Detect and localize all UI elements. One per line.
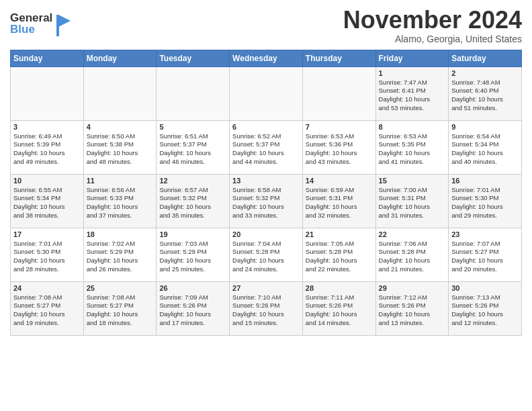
day-info: Sunrise: 7:02 AM Sunset: 5:29 PM Dayligh… <box>87 240 154 274</box>
col-monday: Monday <box>83 50 157 66</box>
day-info: Sunrise: 6:53 AM Sunset: 5:36 PM Dayligh… <box>306 132 373 167</box>
day-number: 2 <box>451 69 519 77</box>
table-row: 29Sunrise: 7:12 AM Sunset: 5:26 PM Dayli… <box>375 281 449 335</box>
day-info: Sunrise: 7:05 AM Sunset: 5:28 PM Dayligh… <box>306 240 373 274</box>
day-number: 5 <box>159 123 226 131</box>
table-row: 6Sunrise: 6:52 AM Sunset: 5:37 PM Daylig… <box>230 120 303 174</box>
week-row-1: 1Sunrise: 7:47 AM Sunset: 6:41 PM Daylig… <box>11 66 522 120</box>
col-sunday: Sunday <box>11 50 84 66</box>
svg-marker-2 <box>58 15 71 27</box>
day-info: Sunrise: 7:01 AM Sunset: 5:30 PM Dayligh… <box>13 240 81 274</box>
col-friday: Friday <box>375 50 449 66</box>
day-number: 28 <box>306 284 373 292</box>
table-row: 25Sunrise: 7:08 AM Sunset: 5:27 PM Dayli… <box>83 281 157 335</box>
day-info: Sunrise: 7:04 AM Sunset: 5:28 PM Dayligh… <box>232 240 300 274</box>
day-info: Sunrise: 6:56 AM Sunset: 5:33 PM Dayligh… <box>87 186 154 220</box>
week-row-3: 10Sunrise: 6:55 AM Sunset: 5:34 PM Dayli… <box>11 174 522 228</box>
table-row: 28Sunrise: 7:11 AM Sunset: 5:26 PM Dayli… <box>302 281 375 335</box>
table-row: 7Sunrise: 6:53 AM Sunset: 5:36 PM Daylig… <box>302 120 375 174</box>
day-number: 30 <box>451 284 519 292</box>
day-number: 29 <box>379 284 446 292</box>
day-info: Sunrise: 6:54 AM Sunset: 5:34 PM Dayligh… <box>451 132 519 167</box>
day-number: 8 <box>379 123 446 131</box>
table-row: 9Sunrise: 6:54 AM Sunset: 5:34 PM Daylig… <box>449 120 522 174</box>
day-info: Sunrise: 6:51 AM Sunset: 5:37 PM Dayligh… <box>159 132 226 167</box>
day-info: Sunrise: 7:08 AM Sunset: 5:27 PM Dayligh… <box>87 293 154 328</box>
table-row: 4Sunrise: 6:50 AM Sunset: 5:38 PM Daylig… <box>83 120 157 174</box>
day-number: 11 <box>87 177 154 185</box>
day-info: Sunrise: 7:08 AM Sunset: 5:27 PM Dayligh… <box>13 293 81 328</box>
day-number: 15 <box>379 177 446 185</box>
day-info: Sunrise: 7:03 AM Sunset: 5:29 PM Dayligh… <box>159 240 226 274</box>
day-number: 21 <box>306 230 373 238</box>
week-row-5: 24Sunrise: 7:08 AM Sunset: 5:27 PM Dayli… <box>11 281 522 335</box>
table-row: 17Sunrise: 7:01 AM Sunset: 5:30 PM Dayli… <box>11 228 84 281</box>
day-info: Sunrise: 7:06 AM Sunset: 5:28 PM Dayligh… <box>379 240 446 274</box>
table-row: 23Sunrise: 7:07 AM Sunset: 5:27 PM Dayli… <box>449 228 522 281</box>
day-number: 27 <box>232 284 300 292</box>
day-number: 10 <box>13 177 81 185</box>
table-row <box>11 66 84 120</box>
table-row: 3Sunrise: 6:49 AM Sunset: 5:39 PM Daylig… <box>11 120 84 174</box>
day-number: 1 <box>379 69 446 77</box>
day-number: 7 <box>306 123 373 131</box>
col-wednesday: Wednesday <box>230 50 303 66</box>
table-row: 22Sunrise: 7:06 AM Sunset: 5:28 PM Dayli… <box>375 228 449 281</box>
day-info: Sunrise: 6:57 AM Sunset: 5:32 PM Dayligh… <box>159 186 226 220</box>
day-info: Sunrise: 6:53 AM Sunset: 5:35 PM Dayligh… <box>379 132 446 167</box>
table-row: 20Sunrise: 7:04 AM Sunset: 5:28 PM Dayli… <box>230 228 303 281</box>
col-saturday: Saturday <box>449 50 522 66</box>
table-row: 24Sunrise: 7:08 AM Sunset: 5:27 PM Dayli… <box>11 281 84 335</box>
table-row: 19Sunrise: 7:03 AM Sunset: 5:29 PM Dayli… <box>157 228 230 281</box>
day-info: Sunrise: 7:47 AM Sunset: 6:41 PM Dayligh… <box>379 79 446 113</box>
week-row-4: 17Sunrise: 7:01 AM Sunset: 5:30 PM Dayli… <box>11 228 522 281</box>
header: General Blue November 2024 Alamo, Georgi… <box>10 7 522 44</box>
table-row: 30Sunrise: 7:13 AM Sunset: 5:26 PM Dayli… <box>449 281 522 335</box>
table-row <box>230 66 303 120</box>
table-row: 10Sunrise: 6:55 AM Sunset: 5:34 PM Dayli… <box>11 174 84 228</box>
month-title: November 2024 <box>343 7 522 34</box>
day-info: Sunrise: 7:10 AM Sunset: 5:26 PM Dayligh… <box>232 293 300 328</box>
calendar-header-row: Sunday Monday Tuesday Wednesday Thursday… <box>11 50 522 66</box>
table-row: 2Sunrise: 7:48 AM Sunset: 6:40 PM Daylig… <box>449 66 522 120</box>
day-number: 25 <box>87 284 154 292</box>
day-info: Sunrise: 6:59 AM Sunset: 5:31 PM Dayligh… <box>306 186 373 220</box>
day-number: 12 <box>159 177 226 185</box>
day-info: Sunrise: 7:07 AM Sunset: 5:27 PM Dayligh… <box>451 240 519 274</box>
day-number: 26 <box>159 284 226 292</box>
table-row: 16Sunrise: 7:01 AM Sunset: 5:30 PM Dayli… <box>449 174 522 228</box>
calendar-table: Sunday Monday Tuesday Wednesday Thursday… <box>10 50 522 336</box>
day-info: Sunrise: 6:50 AM Sunset: 5:38 PM Dayligh… <box>87 132 154 167</box>
col-tuesday: Tuesday <box>157 50 230 66</box>
table-row <box>83 66 157 120</box>
day-number: 4 <box>87 123 154 131</box>
day-number: 23 <box>451 230 519 238</box>
day-info: Sunrise: 7:12 AM Sunset: 5:26 PM Dayligh… <box>379 293 446 328</box>
table-row: 15Sunrise: 7:00 AM Sunset: 5:31 PM Dayli… <box>375 174 449 228</box>
table-row: 8Sunrise: 6:53 AM Sunset: 5:35 PM Daylig… <box>375 120 449 174</box>
day-info: Sunrise: 7:09 AM Sunset: 5:26 PM Dayligh… <box>159 293 226 328</box>
day-number: 20 <box>232 230 300 238</box>
table-row: 21Sunrise: 7:05 AM Sunset: 5:28 PM Dayli… <box>302 228 375 281</box>
table-row: 26Sunrise: 7:09 AM Sunset: 5:26 PM Dayli… <box>157 281 230 335</box>
day-number: 16 <box>451 177 519 185</box>
svg-text:Blue: Blue <box>10 23 35 36</box>
svg-rect-3 <box>56 15 59 36</box>
day-info: Sunrise: 6:58 AM Sunset: 5:32 PM Dayligh… <box>232 186 300 220</box>
day-info: Sunrise: 7:01 AM Sunset: 5:30 PM Dayligh… <box>451 186 519 220</box>
location-subtitle: Alamo, Georgia, United States <box>343 34 522 44</box>
day-number: 22 <box>379 230 446 238</box>
table-row: 5Sunrise: 6:51 AM Sunset: 5:37 PM Daylig… <box>157 120 230 174</box>
table-row: 1Sunrise: 7:47 AM Sunset: 6:41 PM Daylig… <box>375 66 449 120</box>
day-number: 19 <box>159 230 226 238</box>
table-row: 14Sunrise: 6:59 AM Sunset: 5:31 PM Dayli… <box>302 174 375 228</box>
day-number: 17 <box>13 230 81 238</box>
day-info: Sunrise: 7:11 AM Sunset: 5:26 PM Dayligh… <box>306 293 373 328</box>
table-row: 13Sunrise: 6:58 AM Sunset: 5:32 PM Dayli… <box>230 174 303 228</box>
table-row: 18Sunrise: 7:02 AM Sunset: 5:29 PM Dayli… <box>83 228 157 281</box>
day-info: Sunrise: 7:00 AM Sunset: 5:31 PM Dayligh… <box>379 186 446 220</box>
day-info: Sunrise: 7:48 AM Sunset: 6:40 PM Dayligh… <box>451 79 519 113</box>
logo-text: General Blue <box>10 9 74 42</box>
table-row: 27Sunrise: 7:10 AM Sunset: 5:26 PM Dayli… <box>230 281 303 335</box>
day-info: Sunrise: 6:52 AM Sunset: 5:37 PM Dayligh… <box>232 132 300 167</box>
